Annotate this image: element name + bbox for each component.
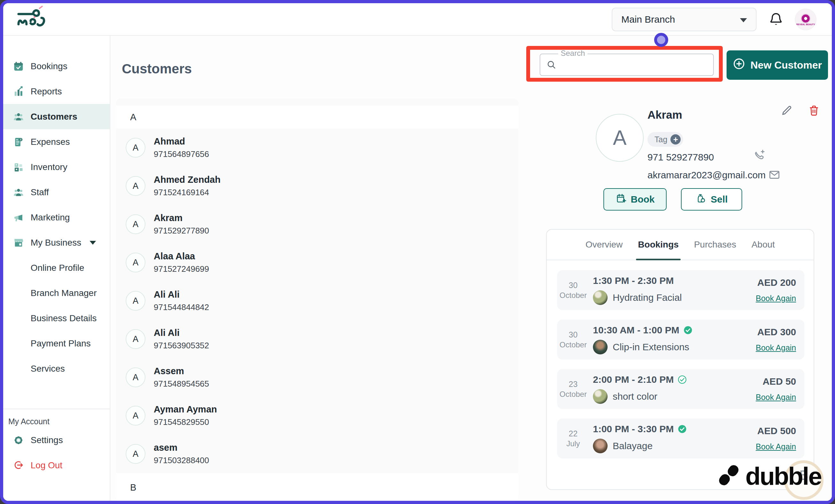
section-header-a: A [116, 106, 518, 128]
sidebar-subitem-services[interactable]: Services [3, 356, 110, 381]
account-avatar[interactable]: REVEAL BEAUTY [795, 8, 816, 30]
staff-avatar [593, 439, 608, 453]
booking-service: Hydrating Facial [613, 292, 682, 303]
book-button[interactable]: Book [604, 188, 667, 210]
customer-row[interactable]: A Ahmad 971564897656 [116, 128, 518, 167]
customer-phone: 971503288400 [154, 456, 209, 465]
edit-pencil-icon[interactable] [780, 104, 793, 117]
booking-row[interactable]: 22July 1:00 PM - 3:30 PM [557, 419, 805, 458]
tab-purchases[interactable]: Purchases [694, 230, 736, 260]
main-content: Customers Search New Customer A [110, 36, 832, 501]
customer-name: Ali Ali [154, 289, 209, 300]
customer-phone: 971548954565 [154, 379, 209, 389]
sidebar-item-logout[interactable]: Log Out [3, 452, 110, 478]
customer-row[interactable]: A Akram 971529277890 [116, 205, 518, 243]
booking-service: Clip-in Extensions [613, 342, 689, 352]
customer-row[interactable]: A Assem 971548954565 [116, 358, 518, 397]
sidebar-item-reports[interactable]: Reports [3, 79, 110, 104]
sidebar-item-marketing[interactable]: Marketing [3, 205, 110, 230]
sidebar-item-label: Bookings [30, 61, 67, 72]
customer-name: Alaa Alaa [154, 251, 209, 262]
avatar: A [126, 329, 145, 349]
customer-phone: 971545829550 [154, 417, 217, 427]
booking-date: 23October [557, 379, 589, 399]
bar-chart-icon [13, 86, 24, 97]
sidebar-item-inventory[interactable]: Inventory [3, 155, 110, 180]
sidebar-item-my-business[interactable]: My Business [3, 230, 110, 255]
tag-label: Tag [654, 135, 667, 144]
booking-row[interactable]: 30October 1:30 PM - 2:30 PM Hydrating Fa… [557, 270, 805, 310]
sidebar-subitem-business-details[interactable]: Business Details [3, 306, 110, 331]
sidebar-item-label: Settings [30, 435, 63, 445]
sidebar: Bookings Reports [3, 36, 110, 501]
book-again-link[interactable]: Book Again [756, 442, 796, 451]
dubble-watermark-text: dubble [746, 462, 821, 491]
phone-add-icon[interactable] [752, 149, 766, 163]
avatar: A [126, 214, 145, 234]
customer-name: Assem [154, 366, 209, 377]
avatar-logo-icon [801, 14, 811, 23]
sidebar-item-label: Staff [30, 187, 49, 198]
customer-row[interactable]: A Alaa Alaa 971527249699 [116, 243, 518, 282]
book-again-link[interactable]: Book Again [756, 294, 796, 303]
sidebar-item-customers[interactable]: Customers [3, 104, 110, 129]
gear-icon [13, 435, 24, 446]
dubble-peanut-icon [718, 463, 741, 490]
sidebar-item-staff[interactable]: Staff [3, 180, 110, 205]
sidebar-item-label: Expenses [30, 137, 70, 147]
search-input[interactable] [559, 56, 709, 73]
notifications-bell-icon[interactable] [768, 12, 784, 27]
app-window: Main Branch REVEAL BEAUTY [0, 0, 835, 504]
tab-bookings[interactable]: Bookings [638, 230, 679, 260]
sidebar-subitem-payment-plans[interactable]: Payment Plans [3, 331, 110, 356]
delete-trash-icon[interactable] [808, 104, 820, 117]
completed-check-icon [683, 325, 693, 335]
tag-pill[interactable]: Tag + [648, 132, 683, 147]
booking-time: 1:30 PM - 2:30 PM [593, 275, 674, 286]
calendar-plus-icon [615, 193, 626, 206]
staff-avatar [593, 340, 608, 355]
sidebar-item-expenses[interactable]: Expenses [3, 129, 110, 155]
customer-row[interactable]: A Ali Ali 971563905352 [116, 320, 518, 358]
sell-button[interactable]: Sell [681, 188, 742, 210]
sidebar-item-bookings[interactable]: Bookings [3, 54, 110, 79]
my-account-label: My Account [3, 409, 110, 427]
customer-row[interactable]: A asem 971503288400 [116, 435, 518, 473]
plus-circle-icon [733, 57, 746, 73]
booking-row[interactable]: 23October 2:00 PM - 2:10 PM [557, 369, 805, 409]
completed-check-icon [677, 424, 687, 434]
book-again-link[interactable]: Book Again [756, 343, 796, 352]
customer-row[interactable]: A Ahmed Zendah 971524169164 [116, 167, 518, 205]
customer-name: Ahmed Zendah [154, 175, 220, 185]
booking-row[interactable]: 30October 10:30 AM - 1:00 PM [557, 320, 805, 360]
chevron-down-icon [89, 241, 96, 245]
tab-overview[interactable]: Overview [586, 230, 623, 260]
booking-price: AED 50 [762, 376, 796, 387]
chevron-down-icon [740, 18, 747, 22]
new-customer-button[interactable]: New Customer [727, 51, 828, 80]
customer-row[interactable]: A Ayman Ayman 971545829550 [116, 397, 518, 435]
avatar: A [126, 138, 145, 158]
avatar: A [126, 406, 145, 425]
branch-selector[interactable]: Main Branch [612, 8, 756, 31]
customer-row[interactable]: A Ali Ali 971544844842 [116, 282, 518, 320]
new-customer-label: New Customer [751, 59, 822, 71]
book-again-link[interactable]: Book Again [756, 393, 796, 402]
staff-avatar [593, 290, 608, 305]
booking-price: AED 300 [757, 327, 796, 338]
add-tag-plus-icon[interactable]: + [670, 134, 680, 144]
avatar-brand-text: REVEAL BEAUTY [796, 23, 815, 25]
receipt-icon [13, 136, 24, 148]
people-icon [13, 187, 24, 198]
boxes-icon [13, 161, 24, 173]
customer-phone: 971524169164 [154, 187, 220, 198]
sidebar-subitem-branch-manager[interactable]: Branch Manager [3, 280, 110, 306]
search-icon [546, 59, 557, 70]
sidebar-item-settings[interactable]: Settings [3, 427, 110, 452]
tab-about[interactable]: About [751, 230, 775, 260]
booking-service: Balayage [613, 441, 653, 451]
booking-date: 22July [557, 428, 589, 449]
storefront-icon [13, 237, 24, 248]
avatar: A [126, 444, 145, 464]
sidebar-subitem-online-profile[interactable]: Online Profile [3, 255, 110, 280]
